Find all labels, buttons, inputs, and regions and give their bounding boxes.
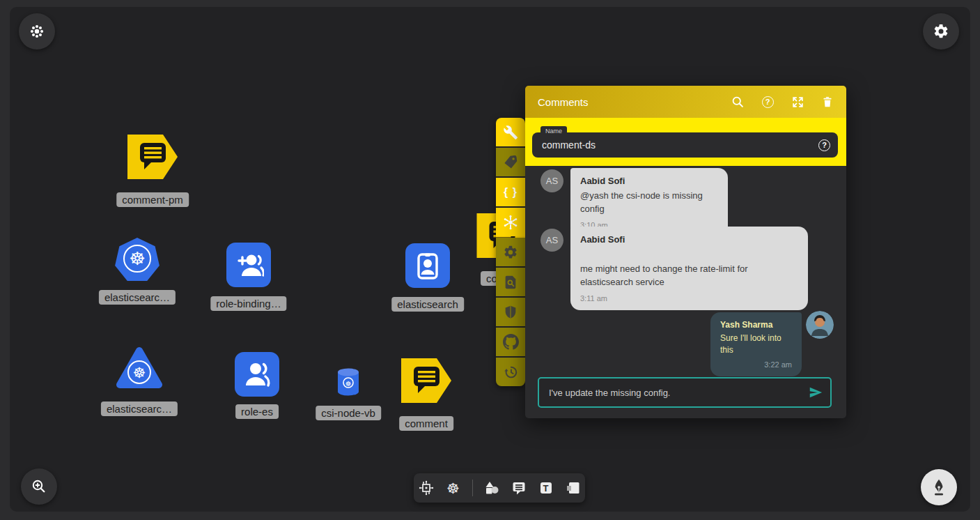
mesh-hub-icon — [502, 214, 519, 231]
message-text: me might need to change the rate-limit f… — [580, 263, 798, 289]
gear-icon — [503, 245, 518, 260]
avatar: AS — [540, 229, 563, 252]
storage-cylinder-icon: ☸ — [337, 368, 359, 396]
node-label: csi-node-vb — [316, 406, 381, 420]
comments-panel: Comments ? — [525, 86, 846, 418]
delete-button[interactable] — [820, 94, 835, 109]
shield-button[interactable] — [496, 298, 525, 326]
zoom-in-icon — [31, 478, 47, 495]
github-button[interactable] — [496, 328, 525, 356]
node-elasticsearch-triangle[interactable]: ☸ elasticsearc… — [116, 346, 162, 393]
note-tool-button[interactable] — [565, 480, 582, 496]
message-author: Aabid Sofi — [580, 234, 798, 245]
chat-message: Yash Sharma Sure I'll look into this 3:2… — [710, 312, 802, 376]
message-text: Sure I'll look into this — [720, 332, 792, 357]
help-icon: ? — [762, 96, 774, 108]
tag-button[interactable] — [496, 148, 525, 176]
braces-icon: { } — [504, 186, 518, 199]
node-csi-node-vb[interactable]: ☸ csi-node-vb — [337, 368, 359, 399]
comments-panel-header[interactable]: Comments ? — [525, 86, 846, 118]
role-binding-icon — [233, 250, 264, 280]
node-comment[interactable]: comment — [400, 358, 452, 406]
node-elasticsearch-octagon[interactable]: ☸ elasticsearc… — [114, 237, 160, 286]
wrench-icon — [503, 125, 518, 140]
node-label: role-binding… — [210, 296, 286, 311]
kanvas-menu-button[interactable] — [19, 13, 55, 49]
name-section: Name ? — [525, 118, 846, 166]
kubernetes-button[interactable]: ☸ — [445, 480, 462, 496]
send-button[interactable] — [804, 381, 827, 404]
chat-message: Aabid Sofi me might need to change the r… — [570, 227, 808, 310]
component-graph-button[interactable] — [418, 480, 435, 496]
message-text: @yash the csi-node is missing config — [580, 190, 718, 216]
history-icon — [503, 365, 518, 380]
pen-tool-button[interactable] — [921, 469, 957, 505]
mesh-hub-button[interactable] — [496, 208, 525, 236]
shield-icon — [503, 305, 518, 320]
node-label: elasticsearc… — [99, 290, 176, 305]
kubernetes-wheel-icon: ☸ — [127, 360, 151, 384]
bottom-toolbar: ☸ T — [414, 473, 585, 503]
document-search-icon — [503, 275, 518, 290]
user-photo-icon — [806, 311, 834, 339]
node-role-es[interactable]: role-es — [235, 352, 279, 397]
chat-input-container — [538, 377, 832, 408]
doc-search-button[interactable] — [496, 268, 525, 296]
github-icon — [503, 334, 519, 350]
pen-nib-icon — [930, 478, 948, 496]
trash-icon — [821, 95, 834, 109]
comment-shape-icon — [127, 134, 178, 180]
fullscreen-icon — [791, 95, 804, 109]
comment-shape-icon — [400, 358, 452, 404]
svg-text:☸: ☸ — [345, 380, 352, 388]
help-button[interactable]: ? — [760, 94, 775, 109]
component-graph-icon — [418, 480, 435, 496]
settings-button[interactable] — [496, 238, 525, 266]
braces-button[interactable]: { } — [496, 178, 525, 206]
name-help-icon[interactable]: ? — [818, 139, 830, 151]
node-label: comment — [399, 416, 453, 431]
comment-tool-button[interactable] — [511, 480, 527, 496]
name-field-label: Name — [540, 126, 567, 137]
tag-icon — [502, 154, 519, 171]
role-icon — [242, 359, 272, 390]
avatar: AS — [540, 169, 563, 192]
chat-input[interactable] — [539, 388, 804, 398]
node-label: role-es — [235, 404, 279, 419]
side-toolbar: { } — [496, 118, 525, 386]
node-label: elasticsearch — [391, 297, 464, 312]
comment-tool-icon — [511, 480, 527, 496]
tools-button[interactable] — [496, 118, 525, 146]
search-icon — [731, 95, 745, 109]
message-author: Yash Sharma — [720, 320, 792, 330]
shapes-button[interactable] — [483, 480, 500, 496]
zoom-in-button[interactable] — [21, 468, 57, 505]
avatar-photo — [806, 311, 834, 339]
gear-icon — [933, 23, 949, 40]
node-label: comment-pm — [116, 192, 189, 207]
kubernetes-wheel-icon: ☸ — [123, 245, 151, 273]
text-tool-button[interactable]: T — [538, 480, 554, 496]
settings-fab-button[interactable] — [923, 13, 959, 49]
message-author: Aabid Sofi — [580, 176, 718, 186]
service-account-icon — [412, 250, 443, 281]
design-canvas[interactable]: comment-pm ☸ elasticsearc… role-binding… — [10, 7, 970, 512]
toolbar-divider — [472, 480, 473, 496]
name-input[interactable] — [532, 139, 818, 151]
shapes-icon — [483, 480, 500, 496]
text-tool-glyph: T — [543, 483, 549, 494]
fullscreen-button[interactable] — [790, 94, 805, 109]
node-elasticsearch-sa[interactable]: elasticsearch — [405, 243, 450, 288]
message-time: 3:22 am — [720, 360, 792, 369]
send-icon — [808, 385, 823, 400]
note-tool-icon — [565, 480, 582, 496]
kanvas-flower-icon — [28, 22, 46, 40]
node-role-binding[interactable]: role-binding… — [226, 243, 271, 287]
node-comment-pm[interactable]: comment-pm — [127, 134, 178, 183]
message-time: 3:11 am — [580, 294, 798, 303]
search-button[interactable] — [730, 94, 745, 109]
panel-title: Comments — [538, 96, 730, 108]
node-label: elasticsearc… — [101, 402, 178, 416]
kubernetes-icon: ☸ — [446, 481, 460, 496]
history-button[interactable] — [496, 358, 525, 386]
